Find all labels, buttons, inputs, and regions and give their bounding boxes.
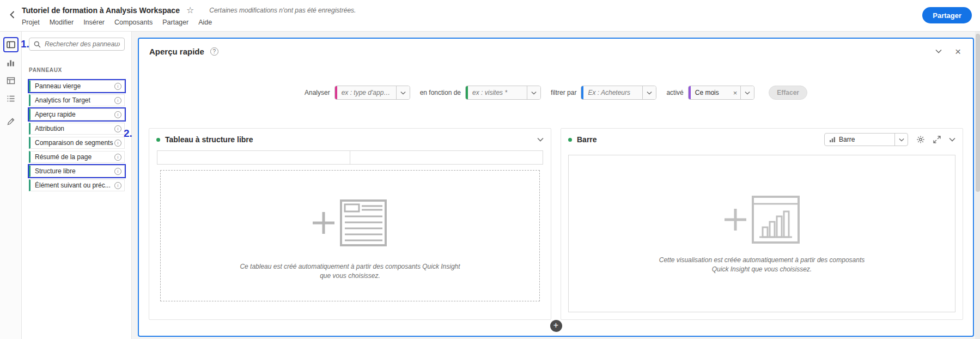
- favorite-star-icon[interactable]: ☆: [186, 6, 194, 15]
- dimension-placeholder: ex : type d'appareil *: [337, 89, 396, 96]
- info-icon[interactable]: i: [114, 154, 121, 161]
- rail-panels-tab[interactable]: [3, 37, 19, 52]
- segment-dropdown[interactable]: Ex : Acheteurs: [581, 86, 656, 100]
- chevron-down-icon: [949, 137, 955, 142]
- chevron-down-icon: [935, 49, 942, 53]
- info-icon[interactable]: i: [114, 168, 121, 175]
- info-icon[interactable]: i: [114, 97, 121, 104]
- freeform-table-title: Tableau à structure libre: [165, 135, 253, 144]
- add-visualization-button[interactable]: +: [550, 320, 562, 332]
- chevron-down-icon: [642, 86, 656, 99]
- panel-header: Aperçu rapide ? ×: [139, 39, 973, 56]
- quick-insights-builder-row: Analyser ex : type d'appareil * en fonct…: [139, 86, 973, 100]
- bar-chart-small-icon: [825, 136, 839, 143]
- viz-type-value: Barre: [839, 136, 894, 143]
- left-icon-rail: [0, 32, 22, 339]
- en-fonction-de-label: en fonction de: [420, 89, 461, 96]
- rail-annotate-tab[interactable]: [3, 114, 19, 129]
- panel-search: [29, 38, 125, 51]
- bar-chart-icon: [6, 58, 16, 68]
- rail-visualizations-tab[interactable]: [3, 55, 19, 70]
- panel-item-panneau-vierge[interactable]: Panneau vierge i: [29, 80, 125, 92]
- freeform-table-header: Tableau à structure libre: [149, 129, 551, 150]
- info-icon[interactable]: i: [114, 125, 121, 132]
- panels-section-title: PANNEAUX: [29, 67, 125, 73]
- analyser-label: Analyser: [305, 89, 330, 96]
- panel-item-analytics-for-target[interactable]: Analytics for Target i: [29, 94, 125, 106]
- expand-icon: [933, 136, 941, 143]
- share-button[interactable]: Partager: [922, 7, 972, 23]
- table-icon: [6, 76, 16, 86]
- fullscreen-button[interactable]: [933, 136, 941, 143]
- menu-projet[interactable]: Projet: [22, 19, 40, 26]
- chevron-down-icon: [740, 86, 754, 99]
- bar-chart-placeholder-illustration-icon: [723, 195, 801, 245]
- table-header-cell: [350, 150, 543, 165]
- chevron-left-icon: [10, 11, 15, 19]
- info-icon[interactable]: i: [114, 111, 121, 118]
- metric-dropdown[interactable]: ex : visites *: [465, 86, 541, 100]
- clear-date-range-icon[interactable]: ×: [733, 89, 741, 97]
- collapse-card-button[interactable]: [949, 137, 955, 142]
- freeform-drop-zone[interactable]: Ce tableau est créé automatiquement à pa…: [160, 170, 540, 301]
- settings-gear-button[interactable]: [916, 135, 925, 144]
- date-range-value: Ce mois: [691, 89, 733, 96]
- chevron-down-icon: [527, 86, 540, 99]
- panel-item-apercu-rapide[interactable]: Aperçu rapide i: [29, 108, 125, 120]
- clear-button[interactable]: Effacer: [769, 86, 807, 100]
- menu-inserer[interactable]: Insérer: [83, 19, 105, 26]
- list-icon: [6, 94, 16, 104]
- table-header-cell: [157, 150, 350, 165]
- menu-composants[interactable]: Composants: [114, 19, 153, 26]
- metric-placeholder: ex : visites *: [468, 89, 527, 96]
- search-input[interactable]: [45, 40, 120, 48]
- collapse-card-button[interactable]: [537, 137, 544, 142]
- viz-type-dropdown[interactable]: Barre: [824, 133, 908, 146]
- date-range-dropdown[interactable]: Ce mois ×: [688, 86, 755, 100]
- active-label: activé: [666, 89, 683, 96]
- panel-list: Panneau vierge i Analytics for Target i …: [29, 80, 125, 191]
- chevron-down-icon: [537, 137, 544, 142]
- bar-chart-placeholder-zone: Cette visualisation est créée automatiqu…: [568, 155, 955, 312]
- vertical-scrollbar[interactable]: [975, 32, 980, 339]
- panel-item-comparaison-segments[interactable]: Comparaison de segments i: [29, 137, 125, 149]
- gear-icon: [916, 135, 925, 144]
- panel-title: Aperçu rapide: [149, 47, 204, 56]
- menu-modifier[interactable]: Modifier: [50, 19, 74, 26]
- panel-item-structure-libre[interactable]: Structure libre i: [29, 165, 125, 177]
- status-dot: [568, 138, 572, 142]
- filtrer-par-label: filtrer par: [551, 89, 576, 96]
- freeform-table-card: Tableau à structure libre: [149, 128, 551, 320]
- project-title: Tutoriel de formation à Analysis Workspa…: [22, 6, 180, 15]
- close-panel-button[interactable]: ×: [955, 46, 961, 57]
- collapse-panel-button[interactable]: [935, 49, 942, 53]
- title-block: Tutoriel de formation à Analysis Workspa…: [22, 0, 980, 26]
- search-icon: [34, 41, 41, 48]
- unsaved-changes-status: Certaines modifications n'ont pas été en…: [209, 7, 356, 14]
- panels-sidebar: PANNEAUX Panneau vierge i Analytics for …: [22, 32, 132, 339]
- scrollbar-thumb[interactable]: [976, 34, 980, 192]
- dimension-dropdown[interactable]: ex : type d'appareil *: [334, 86, 410, 100]
- panel-item-attribution[interactable]: Attribution i: [29, 123, 125, 135]
- menu-bar: Projet Modifier Insérer Composants Parta…: [22, 19, 980, 26]
- rail-tables-tab[interactable]: [3, 73, 19, 88]
- menu-aide[interactable]: Aide: [198, 19, 212, 26]
- segment-placeholder: Ex : Acheteurs: [583, 89, 642, 96]
- pen-icon: [6, 117, 16, 126]
- panel-item-element-suivant[interactable]: Élément suivant ou préc... i: [29, 179, 125, 191]
- back-button[interactable]: [6, 9, 18, 21]
- info-icon[interactable]: i: [114, 140, 121, 147]
- info-icon[interactable]: i: [114, 182, 121, 189]
- table-placeholder-illustration-icon: [312, 198, 389, 248]
- menu-partager[interactable]: Partager: [162, 19, 188, 26]
- bar-chart-card: Barre Barre: [561, 128, 963, 320]
- rail-components-tab[interactable]: [3, 91, 19, 106]
- table-header-strip: [157, 150, 543, 165]
- panel-item-resume-page[interactable]: Résumé de la page i: [29, 151, 125, 163]
- tutorial-step-1-annotation: 1.: [21, 38, 29, 50]
- chevron-down-icon: [396, 86, 410, 99]
- status-dot: [156, 138, 160, 142]
- help-icon[interactable]: ?: [210, 47, 218, 56]
- chevron-down-icon: [894, 134, 908, 146]
- info-icon[interactable]: i: [114, 83, 121, 90]
